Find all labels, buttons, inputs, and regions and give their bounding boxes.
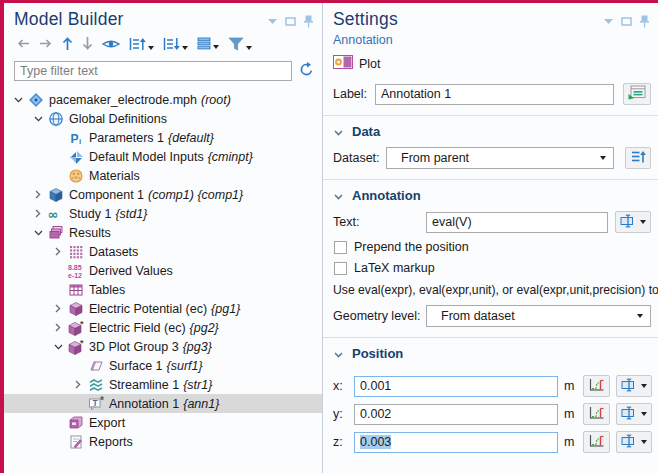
tree-item-derived-values[interactable]: 8.85e-12Derived Values: [4, 261, 322, 280]
rows-icon: [197, 37, 211, 53]
panel-menu-icon[interactable]: [604, 19, 613, 24]
position-z-label: z:: [333, 435, 348, 449]
expander-expanded-icon[interactable]: [30, 116, 46, 122]
tree-item-parameters-1[interactable]: PiParameters 1{default}: [4, 128, 322, 147]
tree-item-tables[interactable]: Tables: [4, 280, 322, 299]
panel-menu-icon[interactable]: [268, 19, 277, 24]
tree-item-electric-field[interactable]: *Electric Field (ec){pg2}: [4, 318, 322, 337]
chevron-down-icon: [182, 46, 188, 50]
range-selector-icon: [621, 434, 637, 451]
label-row: Label:: [323, 83, 658, 105]
annotation-text-input[interactable]: [426, 212, 608, 233]
dataset-label: Dataset:: [333, 151, 386, 165]
go-to-source-icon: [630, 150, 646, 167]
tree-item-component-1[interactable]: Component 1(comp1) {comp1}: [4, 185, 322, 204]
tree-item-label: Component 1: [69, 188, 144, 202]
filter-input[interactable]: [14, 61, 292, 81]
tree-item-datasets[interactable]: Datasets: [4, 242, 322, 261]
range-button[interactable]: [583, 403, 610, 425]
svg-text:*: *: [100, 396, 104, 406]
tree-item-label: Derived Values: [89, 264, 173, 278]
pin-panel-icon[interactable]: [640, 15, 649, 28]
data-section-header[interactable]: Data: [323, 116, 658, 147]
tree-item-export[interactable]: Export: [4, 413, 322, 432]
expander-expanded-icon[interactable]: [50, 344, 66, 350]
tree-item-results[interactable]: Results: [4, 223, 322, 242]
collapse-list-icon: [163, 37, 180, 54]
eval-hint-text: Use eval(expr), eval(expr,unit), or eval…: [323, 275, 658, 297]
tree-item-default-model-inputs[interactable]: Default Model Inputs{cminpt}: [4, 147, 322, 166]
range-button[interactable]: [583, 375, 610, 397]
rename-button[interactable]: [623, 83, 651, 105]
geometry-level-value: From dataset: [441, 309, 515, 323]
go-to-source-button[interactable]: [625, 147, 651, 169]
tree-item-tag: {std1}: [115, 207, 147, 221]
float-panel-icon[interactable]: [621, 17, 632, 26]
label-input[interactable]: [375, 84, 614, 105]
range-button[interactable]: [583, 431, 610, 453]
edit-field-button[interactable]: [616, 431, 652, 453]
edit-field-button[interactable]: [615, 211, 651, 233]
move-up-button[interactable]: [62, 36, 73, 54]
latex-markup-label: LaTeX markup: [354, 261, 435, 275]
tree-item-annotation-1[interactable]: T*Annotation 1{ann1}: [4, 394, 322, 413]
expander-collapsed-icon[interactable]: [30, 190, 46, 199]
collapse-button[interactable]: [163, 37, 188, 54]
show-button[interactable]: [102, 38, 120, 53]
expander-expanded-icon[interactable]: [10, 97, 26, 103]
plot-button[interactable]: Plot: [323, 47, 658, 72]
expander-collapsed-icon[interactable]: [30, 209, 46, 218]
expander-collapsed-icon[interactable]: [50, 247, 66, 256]
forward-button[interactable]: [39, 38, 53, 52]
chevron-down-icon: [641, 384, 647, 388]
move-down-button[interactable]: [82, 36, 93, 54]
tree-item-3d-plot-group-3[interactable]: *3D Plot Group 3{pg3}: [4, 337, 322, 356]
go-to-node-button[interactable]: [197, 37, 219, 53]
position-z-input[interactable]: 0.003: [354, 432, 558, 453]
annotation-section-header[interactable]: Annotation: [323, 180, 658, 211]
expander-collapsed-icon[interactable]: [50, 304, 66, 313]
edit-field-button[interactable]: [616, 375, 652, 397]
expander-expanded-icon[interactable]: [30, 230, 46, 236]
tree-item-study-1[interactable]: ∞Study 1{std1}: [4, 204, 322, 223]
geometry-level-row: Geometry level: From dataset: [323, 305, 658, 327]
settings-subtitle-link[interactable]: Annotation: [323, 30, 658, 47]
pin-panel-icon[interactable]: [304, 15, 313, 28]
tree-item-tag: {ann1}: [183, 397, 219, 411]
tree-item-streamline-1[interactable]: Streamline 1{str1}: [4, 375, 322, 394]
expand-button[interactable]: [129, 37, 154, 54]
position-x-row: x:m: [333, 375, 658, 397]
selected-value-text: 0.003: [360, 435, 391, 449]
expand-list-icon: [129, 37, 146, 54]
tree-item-electric-potential[interactable]: Electric Potential (ec){pg1}: [4, 299, 322, 318]
latex-markup-checkbox[interactable]: [334, 262, 347, 275]
tree-item-root[interactable]: pacemaker_electrode.mph(root): [4, 90, 322, 109]
prepend-position-checkbox[interactable]: [334, 241, 347, 254]
tree-item-global-definitions[interactable]: Global Definitions: [4, 109, 322, 128]
tree-item-label: Electric Field (ec): [89, 321, 186, 335]
tree-item-label: Tables: [89, 283, 125, 297]
expander-collapsed-icon[interactable]: [70, 380, 86, 389]
expander-collapsed-icon[interactable]: [50, 323, 66, 332]
dataset-combobox[interactable]: From parent: [386, 147, 614, 169]
position-y-input[interactable]: [354, 404, 558, 425]
tree-item-label: Annotation 1: [109, 397, 179, 411]
text-row: Text:: [323, 211, 658, 233]
tree-item-reports[interactable]: Reports: [4, 432, 322, 451]
tree-item-surface-1[interactable]: Surface 1{surf1}: [4, 356, 322, 375]
tree-item-materials[interactable]: Materials: [4, 166, 322, 185]
edit-field-button[interactable]: [616, 403, 652, 425]
label-field-label: Label:: [333, 87, 375, 101]
reports-icon: [66, 434, 86, 450]
annotation-icon: T*: [86, 396, 106, 412]
position-section-header[interactable]: Position: [323, 338, 658, 369]
node-filter-button[interactable]: [228, 37, 252, 54]
geometry-level-combobox[interactable]: From dataset: [426, 305, 651, 327]
refresh-icon[interactable]: [299, 62, 314, 80]
position-x-input[interactable]: [354, 376, 558, 397]
back-button[interactable]: [16, 38, 30, 52]
svg-text:i: i: [79, 137, 81, 146]
prepend-position-label: Prepend the position: [354, 240, 469, 254]
position-y-row: y:m: [333, 403, 658, 425]
float-panel-icon[interactable]: [285, 17, 296, 26]
